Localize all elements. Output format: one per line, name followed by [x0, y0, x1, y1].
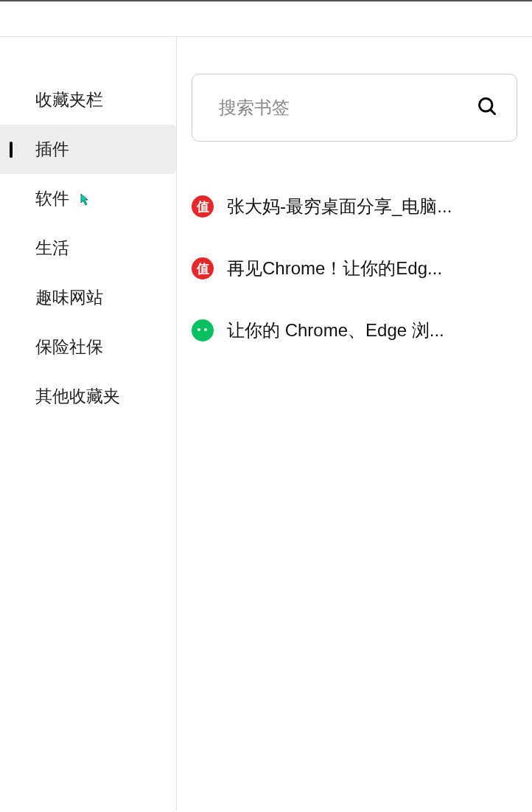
bookmark-item[interactable]: 让你的 Chrome、Edge 浏... [192, 299, 517, 361]
search-icon[interactable] [477, 96, 497, 119]
main-panel: 值 张大妈-最穷桌面分享_电脑... 值 再见Chrome！让你的Edg... … [177, 37, 532, 811]
favicon-zhi-icon: 值 [192, 257, 214, 280]
sidebar-item-label: 趣味网站 [35, 286, 103, 309]
bookmark-title: 再见Chrome！让你的Edg... [227, 257, 517, 280]
bookmark-list: 值 张大妈-最穷桌面分享_电脑... 值 再见Chrome！让你的Edg... … [192, 176, 517, 361]
bookmark-title: 让你的 Chrome、Edge 浏... [227, 319, 517, 342]
top-bar [0, 1, 532, 37]
cursor-pointer-icon [77, 192, 90, 213]
sidebar-item-fun-sites[interactable]: 趣味网站 [0, 273, 176, 322]
bookmark-item[interactable]: 值 再见Chrome！让你的Edg... [192, 237, 517, 299]
svg-line-1 [491, 110, 495, 114]
search-box[interactable] [192, 74, 517, 142]
bookmark-item[interactable]: 值 张大妈-最穷桌面分享_电脑... [192, 176, 517, 237]
sidebar-item-label: 其他收藏夹 [35, 385, 120, 408]
sidebar-item-label: 收藏夹栏 [35, 89, 103, 111]
sidebar-item-label: 插件 [35, 138, 69, 161]
sidebar-item-label: 软件 [35, 187, 69, 210]
sidebar-item-insurance[interactable]: 保险社保 [0, 322, 176, 372]
sidebar-item-label: 保险社保 [35, 336, 103, 358]
favicon-zhi-icon: 值 [192, 195, 214, 218]
sidebar-item-bookmarks-bar[interactable]: 收藏夹栏 [0, 75, 176, 125]
main-container: 收藏夹栏 插件 软件 生活 趣味网站 保险社保 其他收藏夹 [0, 37, 532, 811]
sidebar: 收藏夹栏 插件 软件 生活 趣味网站 保险社保 其他收藏夹 [0, 37, 177, 811]
sidebar-item-software[interactable]: 软件 [0, 174, 176, 223]
sidebar-item-other[interactable]: 其他收藏夹 [0, 372, 176, 421]
sidebar-item-life[interactable]: 生活 [0, 223, 176, 273]
search-input[interactable] [219, 97, 477, 118]
favicon-wechat-icon [192, 319, 214, 341]
sidebar-item-label: 生活 [35, 237, 69, 260]
sidebar-item-plugins[interactable]: 插件 [0, 125, 176, 174]
bookmark-title: 张大妈-最穷桌面分享_电脑... [227, 195, 517, 218]
